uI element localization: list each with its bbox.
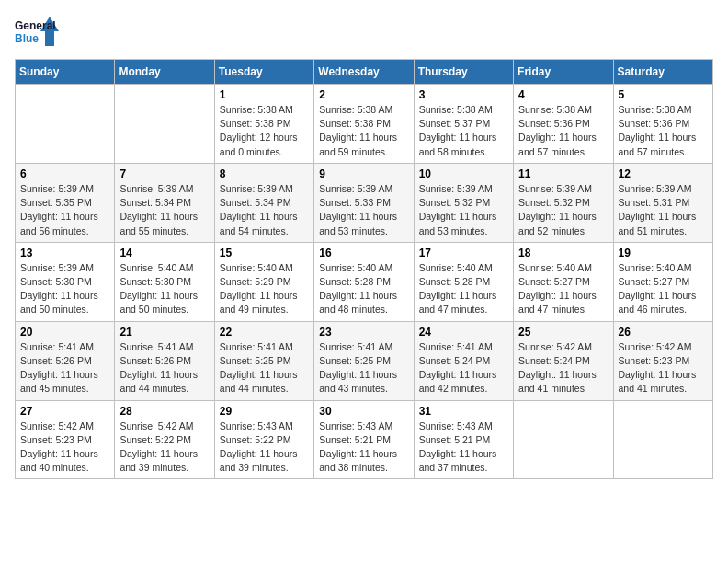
calendar-cell: 13Sunrise: 5:39 AM Sunset: 5:30 PM Dayli… (16, 242, 115, 321)
calendar-cell: 15Sunrise: 5:40 AM Sunset: 5:29 PM Dayli… (214, 242, 313, 321)
logo-svg: GeneralBlue (15, 15, 61, 48)
calendar-cell: 23Sunrise: 5:41 AM Sunset: 5:25 PM Dayli… (314, 321, 414, 400)
calendar-cell: 6Sunrise: 5:39 AM Sunset: 5:35 PM Daylig… (16, 163, 115, 242)
day-info: Sunrise: 5:43 AM Sunset: 5:22 PM Dayligh… (220, 419, 309, 476)
calendar-cell: 22Sunrise: 5:41 AM Sunset: 5:25 PM Dayli… (214, 321, 313, 400)
day-info: Sunrise: 5:40 AM Sunset: 5:28 PM Dayligh… (419, 261, 508, 317)
weekday-header-wednesday: Wednesday (314, 60, 414, 85)
day-info: Sunrise: 5:42 AM Sunset: 5:23 PM Dayligh… (20, 419, 109, 476)
calendar-cell: 18Sunrise: 5:40 AM Sunset: 5:27 PM Dayli… (514, 242, 613, 321)
svg-text:Blue: Blue (15, 32, 39, 45)
day-info: Sunrise: 5:38 AM Sunset: 5:36 PM Dayligh… (619, 103, 708, 159)
day-info: Sunrise: 5:39 AM Sunset: 5:35 PM Dayligh… (20, 182, 109, 238)
day-number: 13 (20, 247, 109, 259)
calendar-cell: 11Sunrise: 5:39 AM Sunset: 5:32 PM Dayli… (514, 163, 613, 242)
calendar-cell: 24Sunrise: 5:41 AM Sunset: 5:24 PM Dayli… (414, 321, 513, 400)
calendar-week-row: 20Sunrise: 5:41 AM Sunset: 5:26 PM Dayli… (16, 321, 713, 400)
day-number: 15 (220, 247, 309, 259)
day-number: 26 (619, 326, 708, 339)
day-number: 12 (619, 167, 708, 180)
calendar-table: SundayMondayTuesdayWednesdayThursdayFrid… (15, 59, 713, 479)
day-number: 5 (619, 88, 708, 101)
day-info: Sunrise: 5:41 AM Sunset: 5:25 PM Dayligh… (319, 340, 408, 396)
day-info: Sunrise: 5:43 AM Sunset: 5:21 PM Dayligh… (319, 419, 408, 476)
calendar-cell: 27Sunrise: 5:42 AM Sunset: 5:23 PM Dayli… (16, 400, 115, 479)
day-number: 7 (119, 167, 209, 180)
calendar-cell (115, 85, 214, 164)
weekday-header-tuesday: Tuesday (214, 60, 313, 85)
calendar-cell (514, 400, 613, 479)
calendar-cell: 19Sunrise: 5:40 AM Sunset: 5:27 PM Dayli… (613, 242, 712, 321)
calendar-cell: 4Sunrise: 5:38 AM Sunset: 5:36 PM Daylig… (514, 85, 613, 164)
day-number: 29 (220, 405, 309, 418)
day-number: 8 (220, 167, 309, 180)
weekday-header-sunday: Sunday (16, 60, 115, 85)
calendar-week-row: 1Sunrise: 5:38 AM Sunset: 5:38 PM Daylig… (16, 85, 713, 164)
svg-text:General: General (15, 19, 56, 32)
calendar-cell: 8Sunrise: 5:39 AM Sunset: 5:34 PM Daylig… (214, 163, 313, 242)
calendar-cell: 7Sunrise: 5:39 AM Sunset: 5:34 PM Daylig… (115, 163, 214, 242)
calendar-header-row: SundayMondayTuesdayWednesdayThursdayFrid… (16, 60, 713, 85)
day-number: 9 (319, 167, 408, 180)
day-number: 19 (619, 247, 708, 259)
weekday-header-saturday: Saturday (613, 60, 712, 85)
day-number: 1 (220, 88, 309, 101)
calendar-cell (16, 85, 115, 164)
day-info: Sunrise: 5:42 AM Sunset: 5:22 PM Dayligh… (119, 419, 209, 476)
day-info: Sunrise: 5:39 AM Sunset: 5:33 PM Dayligh… (319, 182, 408, 238)
day-number: 6 (20, 167, 109, 180)
calendar-cell: 25Sunrise: 5:42 AM Sunset: 5:24 PM Dayli… (514, 321, 613, 400)
day-number: 27 (20, 405, 109, 418)
calendar-cell: 17Sunrise: 5:40 AM Sunset: 5:28 PM Dayli… (414, 242, 513, 321)
day-info: Sunrise: 5:38 AM Sunset: 5:38 PM Dayligh… (220, 103, 309, 159)
calendar-body: 1Sunrise: 5:38 AM Sunset: 5:38 PM Daylig… (16, 85, 713, 479)
day-info: Sunrise: 5:39 AM Sunset: 5:34 PM Dayligh… (119, 182, 209, 238)
weekday-header-monday: Monday (115, 60, 214, 85)
day-number: 24 (419, 326, 508, 339)
day-number: 22 (220, 326, 309, 339)
day-number: 3 (419, 88, 508, 101)
day-info: Sunrise: 5:38 AM Sunset: 5:36 PM Dayligh… (518, 103, 608, 159)
day-info: Sunrise: 5:39 AM Sunset: 5:31 PM Dayligh… (619, 182, 708, 238)
calendar-cell: 31Sunrise: 5:43 AM Sunset: 5:21 PM Dayli… (414, 400, 513, 479)
day-info: Sunrise: 5:42 AM Sunset: 5:24 PM Dayligh… (518, 340, 608, 396)
calendar-week-row: 6Sunrise: 5:39 AM Sunset: 5:35 PM Daylig… (16, 163, 713, 242)
day-info: Sunrise: 5:39 AM Sunset: 5:32 PM Dayligh… (419, 182, 508, 238)
day-info: Sunrise: 5:40 AM Sunset: 5:29 PM Dayligh… (220, 261, 309, 317)
calendar-cell: 21Sunrise: 5:41 AM Sunset: 5:26 PM Dayli… (115, 321, 214, 400)
calendar-cell (613, 400, 712, 479)
day-info: Sunrise: 5:41 AM Sunset: 5:26 PM Dayligh… (119, 340, 209, 396)
day-info: Sunrise: 5:41 AM Sunset: 5:25 PM Dayligh… (220, 340, 309, 396)
calendar-cell: 14Sunrise: 5:40 AM Sunset: 5:30 PM Dayli… (115, 242, 214, 321)
day-number: 30 (319, 405, 408, 418)
calendar-week-row: 27Sunrise: 5:42 AM Sunset: 5:23 PM Dayli… (16, 400, 713, 479)
day-info: Sunrise: 5:40 AM Sunset: 5:30 PM Dayligh… (119, 261, 209, 317)
calendar-cell: 5Sunrise: 5:38 AM Sunset: 5:36 PM Daylig… (613, 85, 712, 164)
day-number: 2 (319, 88, 408, 101)
day-info: Sunrise: 5:39 AM Sunset: 5:30 PM Dayligh… (20, 261, 109, 317)
calendar-cell: 26Sunrise: 5:42 AM Sunset: 5:23 PM Dayli… (613, 321, 712, 400)
calendar-cell: 30Sunrise: 5:43 AM Sunset: 5:21 PM Dayli… (314, 400, 414, 479)
calendar-cell: 3Sunrise: 5:38 AM Sunset: 5:37 PM Daylig… (414, 85, 513, 164)
calendar-cell: 29Sunrise: 5:43 AM Sunset: 5:22 PM Dayli… (214, 400, 313, 479)
day-number: 10 (419, 167, 508, 180)
day-number: 23 (319, 326, 408, 339)
calendar-cell: 20Sunrise: 5:41 AM Sunset: 5:26 PM Dayli… (16, 321, 115, 400)
day-number: 20 (20, 326, 109, 339)
day-number: 11 (518, 167, 608, 180)
day-number: 28 (119, 405, 209, 418)
calendar-cell: 10Sunrise: 5:39 AM Sunset: 5:32 PM Dayli… (414, 163, 513, 242)
day-info: Sunrise: 5:41 AM Sunset: 5:24 PM Dayligh… (419, 340, 508, 396)
day-number: 18 (518, 247, 608, 259)
day-info: Sunrise: 5:41 AM Sunset: 5:26 PM Dayligh… (20, 340, 109, 396)
day-number: 17 (419, 247, 508, 259)
page-header: GeneralBlue (15, 15, 713, 48)
day-info: Sunrise: 5:40 AM Sunset: 5:27 PM Dayligh… (518, 261, 608, 317)
calendar-cell: 28Sunrise: 5:42 AM Sunset: 5:22 PM Dayli… (115, 400, 214, 479)
day-number: 14 (119, 247, 209, 259)
weekday-header-friday: Friday (514, 60, 613, 85)
day-info: Sunrise: 5:40 AM Sunset: 5:27 PM Dayligh… (619, 261, 708, 317)
weekday-header-thursday: Thursday (414, 60, 513, 85)
day-info: Sunrise: 5:43 AM Sunset: 5:21 PM Dayligh… (419, 419, 508, 476)
day-info: Sunrise: 5:42 AM Sunset: 5:23 PM Dayligh… (619, 340, 708, 396)
